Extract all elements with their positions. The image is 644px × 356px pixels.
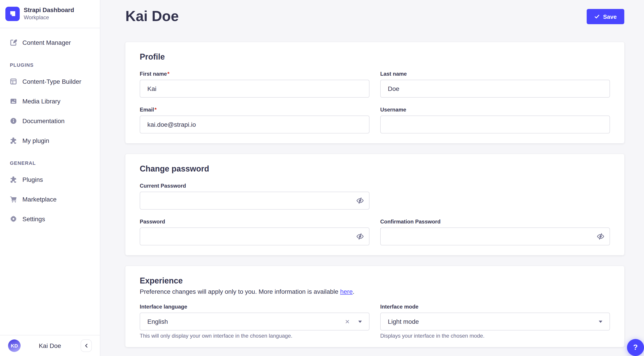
select-value: Light mode bbox=[388, 318, 599, 325]
sidebar-item-content-type-builder[interactable]: Content-Type Builder bbox=[5, 74, 94, 90]
nav-section-general: GENERAL bbox=[10, 160, 90, 166]
field-row: Email* Username bbox=[140, 106, 610, 134]
save-button-label: Save bbox=[603, 13, 617, 20]
sidebar-item-label: Content Manager bbox=[22, 39, 71, 46]
new-password-field: Password bbox=[140, 218, 370, 246]
nav-section-plugins: PLUGINS bbox=[10, 62, 90, 68]
sidebar-user-area: KD Kai Doe bbox=[0, 335, 100, 356]
email-input[interactable] bbox=[140, 116, 370, 134]
sidebar-item-settings[interactable]: Settings bbox=[5, 211, 94, 227]
first-name-field: First name* bbox=[140, 71, 370, 98]
check-icon bbox=[594, 14, 600, 19]
field-row: Password bbox=[140, 218, 610, 246]
page-header: Kai Doe Save bbox=[126, 8, 624, 24]
first-name-input[interactable] bbox=[140, 80, 370, 98]
confirmation-password-input[interactable] bbox=[380, 228, 610, 246]
field-row: First name* Last name bbox=[140, 71, 610, 98]
current-password-label: Current Password bbox=[140, 183, 370, 190]
change-password-card: Change password Current Password bbox=[126, 154, 624, 255]
sidebar-item-label: Marketplace bbox=[22, 196, 57, 203]
experience-card: Experience Preference changes will apply… bbox=[126, 266, 624, 347]
user-name: Kai Doe bbox=[18, 342, 82, 349]
collapse-sidebar-button[interactable] bbox=[80, 340, 92, 352]
strapi-logo-icon bbox=[5, 6, 20, 21]
gear-icon bbox=[10, 216, 17, 222]
interface-language-select[interactable]: English ✕ bbox=[140, 312, 370, 330]
last-name-field: Last name bbox=[380, 71, 610, 98]
cart-icon bbox=[10, 196, 17, 203]
sidebar-item-documentation[interactable]: Documentation bbox=[5, 113, 94, 129]
sidebar: Strapi Dashboard Workplace Content Manag… bbox=[0, 0, 100, 356]
chevron-down-icon bbox=[599, 320, 602, 323]
username-input[interactable] bbox=[380, 116, 610, 134]
username-field: Username bbox=[380, 106, 610, 134]
save-button[interactable]: Save bbox=[586, 9, 624, 24]
sidebar-item-marketplace[interactable]: Marketplace bbox=[5, 191, 94, 207]
documentation-icon bbox=[10, 117, 17, 124]
toggle-password-visibility-button[interactable] bbox=[594, 230, 607, 243]
first-name-label: First name* bbox=[140, 71, 370, 78]
help-button[interactable]: ? bbox=[627, 339, 644, 356]
sidebar-item-plugins[interactable]: Plugins bbox=[5, 172, 94, 188]
content-manager-icon bbox=[10, 39, 17, 46]
sidebar-item-label: Settings bbox=[22, 215, 45, 223]
password-input[interactable] bbox=[140, 228, 370, 246]
last-name-input[interactable] bbox=[380, 80, 610, 98]
eye-off-icon bbox=[356, 232, 364, 240]
interface-mode-field: Interface mode Light mode Displays your … bbox=[380, 304, 610, 339]
sidebar-item-content-manager[interactable]: Content Manager bbox=[5, 34, 94, 50]
sidebar-item-my-plugin[interactable]: My plugin bbox=[5, 132, 94, 149]
current-password-input[interactable] bbox=[140, 192, 370, 210]
required-asterisk: * bbox=[167, 71, 169, 77]
interface-mode-select[interactable]: Light mode bbox=[380, 312, 610, 330]
sidebar-item-label: Content-Type Builder bbox=[22, 78, 81, 85]
puzzle-icon bbox=[10, 176, 17, 183]
chevron-left-icon bbox=[84, 344, 88, 348]
main-content: Kai Doe Save Profile First name* bbox=[100, 0, 644, 356]
profile-card: Profile First name* Last name Email* bbox=[126, 42, 624, 143]
brand-text: Strapi Dashboard Workplace bbox=[24, 6, 74, 21]
select-value: English bbox=[147, 318, 345, 325]
interface-language-helper: This will only display your own interfac… bbox=[140, 333, 370, 339]
media-library-icon bbox=[10, 98, 17, 105]
toggle-password-visibility-button[interactable] bbox=[354, 230, 366, 243]
chevron-down-icon bbox=[358, 320, 362, 323]
toggle-password-visibility-button[interactable] bbox=[354, 194, 366, 207]
profile-card-title: Profile bbox=[140, 52, 610, 62]
confirmation-password-label: Confirmation Password bbox=[380, 218, 610, 225]
brand-title: Strapi Dashboard bbox=[24, 6, 74, 14]
last-name-label: Last name bbox=[380, 71, 610, 78]
email-field: Email* bbox=[140, 106, 370, 134]
sidebar-nav: Content Manager PLUGINS Content-Type Bui… bbox=[0, 28, 100, 335]
field-spacer bbox=[380, 183, 610, 210]
clear-icon[interactable]: ✕ bbox=[345, 318, 350, 324]
required-asterisk: * bbox=[154, 106, 156, 113]
confirmation-password-field: Confirmation Password bbox=[380, 218, 610, 246]
field-row: Interface language English ✕ This will o… bbox=[140, 304, 610, 339]
brand-subtitle: Workplace bbox=[24, 14, 74, 21]
sidebar-item-label: My plugin bbox=[22, 137, 49, 144]
interface-language-label: Interface language bbox=[140, 304, 370, 310]
experience-card-title: Experience bbox=[140, 276, 610, 286]
sidebar-item-media-library[interactable]: Media Library bbox=[5, 93, 94, 109]
interface-language-field: Interface language English ✕ This will o… bbox=[140, 304, 370, 339]
eye-off-icon bbox=[356, 196, 364, 205]
current-password-field: Current Password bbox=[140, 183, 370, 210]
password-label: Password bbox=[140, 218, 370, 225]
page-title: Kai Doe bbox=[126, 8, 179, 24]
username-label: Username bbox=[380, 106, 610, 113]
app-window: Strapi Dashboard Workplace Content Manag… bbox=[0, 0, 644, 356]
interface-mode-helper: Displays your interface in the chosen mo… bbox=[380, 333, 610, 339]
more-info-link[interactable]: here bbox=[340, 288, 353, 295]
change-password-card-title: Change password bbox=[140, 164, 610, 174]
sidebar-item-label: Media Library bbox=[22, 98, 60, 105]
experience-description: Preference changes will apply only to yo… bbox=[140, 288, 610, 295]
brand-home-link[interactable]: Strapi Dashboard Workplace bbox=[0, 0, 100, 28]
field-row: Current Password bbox=[140, 183, 610, 210]
puzzle-icon bbox=[10, 137, 17, 144]
email-label: Email* bbox=[140, 106, 370, 113]
sidebar-item-label: Plugins bbox=[22, 176, 43, 183]
content-type-builder-icon bbox=[10, 78, 17, 85]
eye-off-icon bbox=[596, 232, 604, 240]
sidebar-item-label: Documentation bbox=[22, 117, 64, 125]
